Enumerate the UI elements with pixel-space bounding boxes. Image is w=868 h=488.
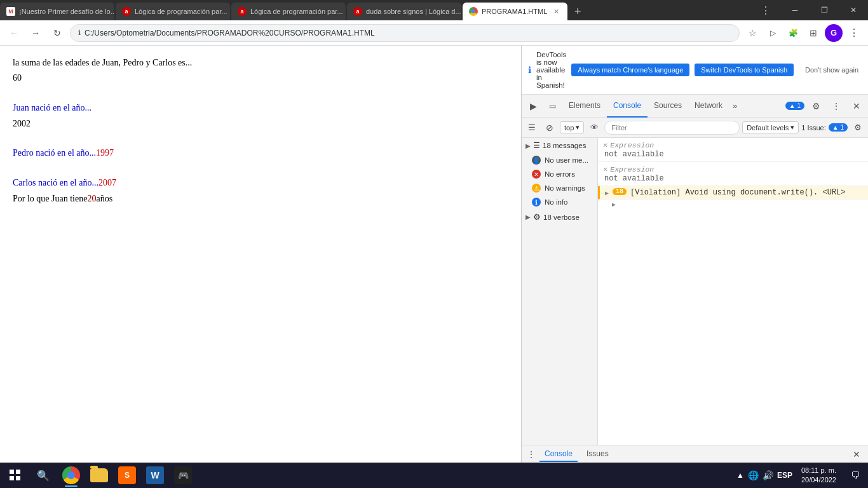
devtools-menu-button[interactable]: ⋮ bbox=[827, 97, 845, 115]
window-menu-button[interactable]: ⋮ bbox=[751, 0, 780, 20]
devtools-bottom-bar: ⋮ Console Issues ✕ bbox=[522, 445, 868, 463]
game-icon: 🎮 bbox=[174, 466, 192, 484]
issue-badge: ▲ 1 bbox=[829, 123, 848, 132]
context-dropdown[interactable]: top ▾ bbox=[560, 121, 584, 133]
live-expressions-button[interactable]: 👁 bbox=[587, 120, 602, 135]
restore-button[interactable]: ❐ bbox=[810, 0, 839, 20]
devtools-body: ▶ ☰ 18 messages 👤 No user me... ✕ No err… bbox=[522, 138, 868, 445]
tray-expand-arrow[interactable]: ▲ bbox=[736, 471, 744, 480]
sidebar-errors[interactable]: ✕ No errors bbox=[522, 167, 597, 181]
forward-button[interactable]: → bbox=[27, 24, 44, 42]
tab-console[interactable]: Console bbox=[607, 95, 648, 118]
taskbar-word-button[interactable]: W bbox=[142, 463, 168, 488]
carlos-link[interactable]: Carlos nació en el año... bbox=[13, 178, 98, 187]
gmail-favicon: M bbox=[6, 7, 15, 16]
sidebar-messages-header[interactable]: ▶ ☰ 18 messages bbox=[522, 138, 597, 153]
tab-programa1-close[interactable]: ✕ bbox=[551, 6, 561, 17]
bottom-menu-icon[interactable]: ⋮ bbox=[527, 449, 536, 459]
main-area: la suma de las edades de Juan, Pedro y C… bbox=[0, 46, 868, 463]
line-60: 60 bbox=[13, 71, 508, 85]
tab-academia2[interactable]: a Lógica de programación par... ✕ bbox=[116, 3, 230, 20]
sidebar-user-messages[interactable]: 👤 No user me... bbox=[522, 153, 597, 167]
notifications-button[interactable]: 🗨 bbox=[845, 465, 865, 485]
expression-1-label: Expression bbox=[610, 141, 654, 149]
tab-academia3[interactable]: a Lógica de programación par... ✕ bbox=[231, 3, 346, 20]
log-expand-arrow[interactable]: ▶ bbox=[603, 201, 863, 208]
log-arrow[interactable]: ▶ bbox=[605, 189, 609, 197]
tab-programa1-label: PROGRAMA1.HTML bbox=[482, 8, 547, 15]
chevron-down-icon: ▾ bbox=[576, 123, 580, 132]
sidebar-warnings[interactable]: ⚠ No warnings bbox=[522, 181, 597, 195]
devtools-settings-button[interactable]: ⚙ bbox=[807, 97, 825, 115]
taskbar-search-button[interactable]: 🔍 bbox=[31, 463, 56, 488]
bottom-close-button[interactable]: ✕ bbox=[850, 448, 863, 461]
network-icon[interactable]: 🌐 bbox=[748, 470, 759, 480]
taskbar-clock[interactable]: 08:11 p. m. 20/04/2022 bbox=[796, 466, 841, 485]
extensions-button[interactable]: 🧩 bbox=[784, 24, 802, 42]
errors-icon: ✕ bbox=[532, 170, 541, 179]
volume-icon[interactable]: 🔊 bbox=[763, 470, 773, 480]
bottom-tab-issues[interactable]: Issues bbox=[581, 447, 614, 462]
expression-1-close[interactable]: ✕ bbox=[603, 140, 607, 150]
minimize-button[interactable]: ─ bbox=[780, 0, 810, 20]
reload-button[interactable]: ↻ bbox=[48, 24, 66, 42]
console-filter-input[interactable] bbox=[604, 121, 740, 135]
sidebar-verbose[interactable]: ▶ ⚙ 18 verbose bbox=[522, 209, 597, 225]
language-indicator[interactable]: ESP bbox=[777, 471, 792, 480]
address-info-icon: ℹ bbox=[78, 29, 81, 37]
devtools-device-toggle-button[interactable]: ▭ bbox=[543, 97, 561, 115]
taskbar-game-button[interactable]: 🎮 bbox=[170, 463, 196, 488]
juan-link[interactable]: Juan nació en el año... bbox=[13, 103, 92, 112]
dont-show-again-button[interactable]: Don't show again bbox=[799, 64, 865, 76]
profile-menu-button[interactable]: ⊞ bbox=[804, 24, 822, 42]
tab-programa1[interactable]: PROGRAMA1.HTML ✕ bbox=[463, 3, 567, 20]
tab-academia4[interactable]: a duda sobre signos | Lógica d... ✕ bbox=[347, 3, 461, 20]
log-levels-dropdown[interactable]: Default levels ▾ bbox=[742, 121, 799, 133]
expression-2-close[interactable]: ✕ bbox=[603, 165, 607, 174]
console-sidebar-toggle[interactable]: ☰ bbox=[524, 120, 539, 135]
console-clear-button[interactable]: ⊘ bbox=[542, 120, 557, 135]
tab-gmail-label: ¡Nuestro Primer desafío de lo... bbox=[19, 8, 114, 15]
switch-devtools-button[interactable]: Switch DevTools to Spanish bbox=[695, 64, 794, 76]
academia4-favicon: a bbox=[353, 7, 362, 16]
bottom-tab-console[interactable]: Console bbox=[539, 447, 578, 462]
console-settings-button[interactable]: ⚙ bbox=[850, 120, 865, 135]
taskbar-file-explorer-button[interactable] bbox=[86, 463, 112, 488]
more-tabs-button[interactable]: » bbox=[729, 98, 741, 113]
tab-elements[interactable]: Elements bbox=[562, 95, 607, 118]
bookmark-button[interactable]: ☆ bbox=[743, 24, 761, 42]
line-pedro: Pedro nació en el año...1997 bbox=[13, 146, 508, 160]
address-actions: ☆ ▷ 🧩 ⊞ G ⋮ bbox=[743, 24, 863, 42]
chrome-menu-button[interactable]: ⋮ bbox=[845, 24, 863, 42]
messages-label: 18 messages bbox=[543, 142, 586, 149]
pedro-link[interactable]: Pedro nació en el año... bbox=[13, 148, 96, 158]
info-label: No info bbox=[545, 198, 567, 206]
always-match-button[interactable]: Always match Chrome's language bbox=[571, 64, 689, 76]
notification-text: DevTools is now available in Spanish! bbox=[536, 51, 566, 89]
title-bar: M ¡Nuestro Primer desafío de lo... ✕ a L… bbox=[0, 0, 868, 20]
address-input[interactable]: ℹ C:/Users/Optometria/Documents/PROGRAMA… bbox=[70, 24, 740, 42]
academia3-favicon: a bbox=[238, 7, 247, 16]
pedro-year: 1997 bbox=[96, 148, 114, 158]
close-button[interactable]: ✕ bbox=[839, 0, 868, 20]
devtools-close-button[interactable]: ✕ bbox=[848, 97, 865, 115]
line-juan-age: Por lo que Juan tiene20años bbox=[13, 192, 508, 206]
back-button[interactable]: ← bbox=[5, 24, 23, 42]
violation-log-entry: ▶ 18 [Violation] Avoid using document.wr… bbox=[598, 186, 868, 200]
tab-sources[interactable]: Sources bbox=[648, 95, 688, 118]
sidebar-info[interactable]: ℹ No info bbox=[522, 195, 597, 209]
tab-gmail[interactable]: M ¡Nuestro Primer desafío de lo... ✕ bbox=[0, 3, 114, 20]
taskbar-chrome-button[interactable] bbox=[58, 463, 84, 488]
warnings-icon: ⚠ bbox=[532, 184, 541, 193]
academia2-favicon: a bbox=[122, 7, 131, 16]
start-button[interactable] bbox=[3, 463, 28, 488]
issue-label: 1 Issue: bbox=[801, 124, 826, 132]
verbose-label: 18 verbose bbox=[543, 214, 580, 221]
devtools-select-element-button[interactable]: ▶ bbox=[524, 97, 542, 115]
info-icon: ℹ bbox=[532, 198, 541, 207]
cast-button[interactable]: ▷ bbox=[764, 24, 782, 42]
taskbar-sublime-button[interactable]: S bbox=[114, 463, 140, 488]
new-tab-button[interactable]: + bbox=[569, 3, 587, 20]
profile-button[interactable]: G bbox=[825, 24, 843, 42]
tab-network[interactable]: Network bbox=[688, 95, 729, 118]
